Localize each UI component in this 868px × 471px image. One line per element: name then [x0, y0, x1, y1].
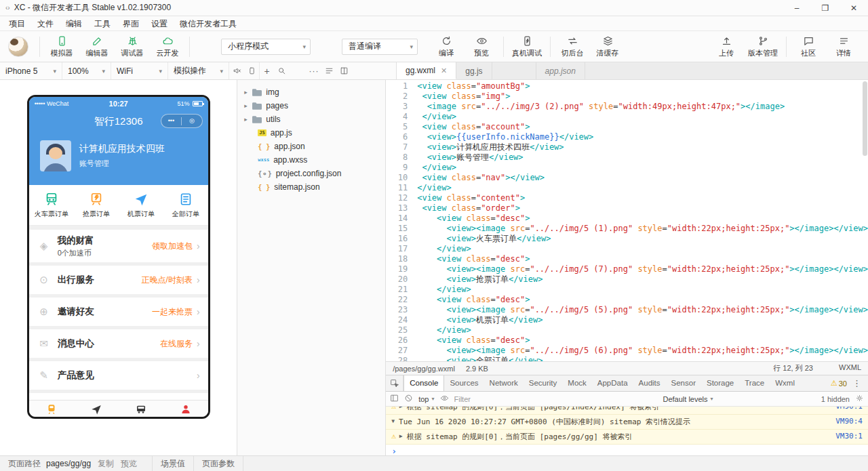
- simulate-action-dropdown[interactable]: 模拟操作 ▾: [168, 62, 229, 79]
- device-debug-button[interactable]: 真机调试: [508, 33, 546, 60]
- file-app-js[interactable]: JS app.js: [237, 126, 385, 140]
- preview-button[interactable]: 预览: [464, 33, 499, 60]
- tab-appdata[interactable]: AppData: [592, 375, 633, 391]
- editor-scrollbar[interactable]: [863, 81, 867, 156]
- all-orders-button[interactable]: 全部订单: [163, 192, 208, 219]
- tab-trace[interactable]: Trace: [739, 375, 770, 391]
- file-app-json[interactable]: { } app.json: [237, 140, 385, 153]
- more-menu-button[interactable]: •••: [161, 115, 182, 127]
- editor-button[interactable]: 编辑器: [79, 33, 115, 60]
- community-button[interactable]: 社区: [791, 33, 826, 60]
- tab-storage[interactable]: Storage: [701, 375, 739, 391]
- switch-background-button[interactable]: 切后台: [555, 33, 590, 60]
- preview-path-button[interactable]: 预览: [121, 458, 137, 470]
- tab-flight-ticket[interactable]: 飞机票: [74, 401, 119, 419]
- maximize-button[interactable]: ❐: [811, 0, 840, 16]
- user-avatar[interactable]: [8, 37, 28, 57]
- caret-right-icon[interactable]: ▸: [244, 102, 252, 109]
- inspect-element-button[interactable]: [386, 375, 403, 391]
- train-order-button[interactable]: 火车票订单: [29, 192, 74, 219]
- console-settings-button[interactable]: [855, 394, 864, 404]
- editor-code[interactable]: <view class="amountBg"> <view class="img…: [414, 80, 868, 361]
- folder-utils[interactable]: ▸ utils: [237, 112, 385, 126]
- close-miniprogram-button[interactable]: ◎: [182, 115, 202, 127]
- hidden-messages-label[interactable]: 1 hidden: [821, 395, 850, 403]
- source-link[interactable]: VM30:1: [835, 432, 863, 441]
- more-button[interactable]: ···: [307, 62, 321, 79]
- minimize-button[interactable]: –: [783, 0, 811, 16]
- add-compile-mode-button[interactable]: +: [259, 62, 274, 79]
- copy-path-button[interactable]: 复制: [98, 458, 114, 470]
- console-message[interactable]: ⚠ ▶ 根据 sitemap 的规则[0]，当前页面 [pages/gg/gg]…: [386, 430, 868, 445]
- search-button[interactable]: [274, 62, 289, 79]
- compile-mode-dropdown[interactable]: 普通编译 ▾: [342, 39, 418, 55]
- tab-personal-center[interactable]: 个人中心: [163, 401, 208, 419]
- file-app-wxss[interactable]: wxss app.wxss: [237, 153, 385, 167]
- console-message-group[interactable]: ▼ Tue Jun 16 2020 10:27:27 GMT+0800 (中国标…: [386, 415, 868, 430]
- list-item-wealth[interactable]: ◈ 我的财富 0个加速币 领取加速包 ›: [29, 230, 208, 262]
- tab-bus-ticket[interactable]: 汽车票: [119, 401, 163, 419]
- tab-audits[interactable]: Audits: [633, 375, 666, 391]
- close-button[interactable]: ✕: [840, 0, 868, 16]
- tab-network[interactable]: Network: [484, 375, 524, 391]
- simulator-button[interactable]: 模拟器: [44, 33, 79, 60]
- upload-button[interactable]: 上传: [709, 33, 744, 60]
- list-action[interactable]: 正晚点/时刻表: [142, 274, 193, 286]
- list-item-travel[interactable]: ⊙ 出行服务 正晚点/时刻表 ›: [29, 266, 208, 294]
- list-action[interactable]: 一起来抢票: [152, 306, 193, 318]
- compile-button[interactable]: 编译: [429, 33, 464, 60]
- language-mode[interactable]: WXML: [839, 363, 861, 373]
- source-link[interactable]: VM90:1: [835, 407, 863, 411]
- flight-order-button[interactable]: 机票订单: [119, 192, 163, 219]
- list-item-feedback[interactable]: ✎ 产品意见 ›: [29, 361, 208, 390]
- scale-dropdown[interactable]: 100% ▾: [62, 62, 111, 79]
- close-icon[interactable]: ✕: [441, 66, 447, 75]
- tab-security[interactable]: Security: [524, 375, 563, 391]
- folder-pages[interactable]: ▸ pages: [237, 99, 385, 112]
- tab-mock[interactable]: Mock: [562, 375, 591, 391]
- menu-devtools[interactable]: 微信开发者工具: [174, 16, 243, 31]
- network-dropdown[interactable]: WiFi ▾: [111, 62, 168, 79]
- page-params-section[interactable]: 页面参数: [194, 456, 243, 471]
- list-item-invite[interactable]: ⊕ 邀请好友 一起来抢票 ›: [29, 298, 208, 326]
- warning-count-badge[interactable]: ⚠ 30: [831, 379, 847, 388]
- expander-icon[interactable]: ▶: [399, 407, 403, 409]
- version-button[interactable]: 版本管理: [744, 33, 782, 60]
- file-sitemap-json[interactable]: { } sitemap.json: [237, 180, 385, 194]
- menu-interface[interactable]: 界面: [117, 16, 145, 31]
- console-prompt[interactable]: ›: [386, 445, 868, 455]
- list-action[interactable]: 领取加速包: [152, 241, 193, 252]
- outline-button[interactable]: [321, 62, 336, 79]
- caret-right-icon[interactable]: ▸: [244, 116, 252, 123]
- tab-sources[interactable]: Sources: [444, 375, 484, 391]
- clear-cache-button[interactable]: 清缓存: [590, 33, 625, 60]
- console-message[interactable]: ⚠ ▶ 根据 sitemap 的规则[0]，当前页面 [pages/index/…: [386, 407, 868, 415]
- devtools-menu-button[interactable]: ⋮: [851, 378, 863, 388]
- caret-right-icon[interactable]: ▸: [244, 89, 252, 96]
- scene-section[interactable]: 场景值: [153, 456, 194, 471]
- menu-tools[interactable]: 工具: [88, 16, 117, 31]
- menu-edit[interactable]: 编辑: [60, 16, 88, 31]
- profile-section[interactable]: 计算机应用技术四班 账号管理: [29, 132, 208, 185]
- tab-sensor[interactable]: Sensor: [666, 375, 701, 391]
- list-item-messages[interactable]: ✉ 消息中心 在线服务 ›: [29, 329, 208, 358]
- tab-wxml[interactable]: Wxml: [770, 375, 800, 391]
- clear-console-button[interactable]: [404, 394, 413, 405]
- expander-icon[interactable]: ▶: [399, 433, 403, 439]
- details-button[interactable]: 详情: [826, 33, 861, 60]
- file-project-config[interactable]: {⚬} project.config.json: [237, 167, 385, 180]
- expander-icon[interactable]: ▼: [391, 418, 395, 424]
- menu-file[interactable]: 文件: [31, 16, 60, 31]
- list-action[interactable]: 在线服务: [160, 338, 193, 350]
- folder-img[interactable]: ▸ img: [237, 85, 385, 99]
- menu-project[interactable]: 项目: [3, 16, 31, 31]
- console-filter-input[interactable]: [454, 395, 658, 403]
- account-manage-label[interactable]: 账号管理: [79, 159, 165, 169]
- cloud-dev-button[interactable]: 云开发: [150, 33, 185, 60]
- source-link[interactable]: VM90:4: [835, 417, 863, 426]
- tab-gg-js[interactable]: gg.js: [456, 62, 492, 79]
- tab-app-json[interactable]: app.json: [536, 62, 585, 79]
- mode-dropdown[interactable]: 小程序模式 ▾: [221, 39, 311, 55]
- tab-train-ticket[interactable]: 火车票: [29, 401, 74, 419]
- rotate-device-button[interactable]: [244, 62, 259, 79]
